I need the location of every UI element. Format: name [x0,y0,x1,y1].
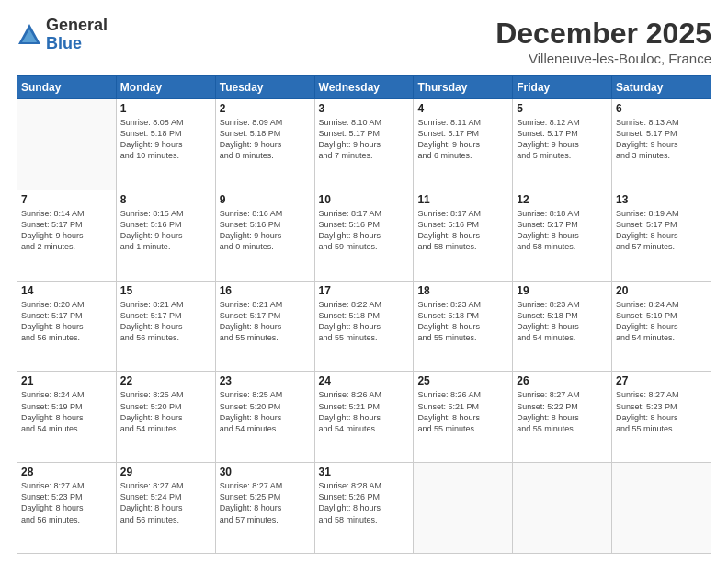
day-number: 15 [120,284,211,297]
calendar-cell: 30Sunrise: 8:27 AM Sunset: 5:25 PM Dayli… [215,463,314,554]
day-header-tuesday: Tuesday [215,76,314,99]
calendar-cell: 26Sunrise: 8:27 AM Sunset: 5:22 PM Dayli… [513,372,612,463]
day-number: 12 [517,193,608,206]
calendar-cell: 22Sunrise: 8:25 AM Sunset: 5:20 PM Dayli… [116,372,215,463]
day-info: Sunrise: 8:15 AM Sunset: 5:16 PM Dayligh… [120,208,211,253]
day-number: 19 [517,284,608,297]
calendar-header-row: SundayMondayTuesdayWednesdayThursdayFrid… [17,76,711,99]
day-info: Sunrise: 8:19 AM Sunset: 5:17 PM Dayligh… [616,208,707,253]
calendar-cell: 4Sunrise: 8:11 AM Sunset: 5:17 PM Daylig… [414,99,513,190]
page: General Blue December 2025 Villeneuve-le… [0,0,728,563]
day-info: Sunrise: 8:27 AM Sunset: 5:25 PM Dayligh… [220,480,311,525]
day-info: Sunrise: 8:17 AM Sunset: 5:16 PM Dayligh… [417,208,508,253]
logo-text: General Blue [46,17,108,53]
calendar-cell [17,99,117,190]
calendar-cell: 24Sunrise: 8:26 AM Sunset: 5:21 PM Dayli… [314,372,414,463]
day-number: 29 [120,465,211,478]
calendar-cell: 19Sunrise: 8:23 AM Sunset: 5:18 PM Dayli… [513,281,612,372]
day-number: 27 [616,374,707,387]
calendar-cell: 14Sunrise: 8:20 AM Sunset: 5:17 PM Dayli… [17,281,117,372]
calendar-cell: 18Sunrise: 8:23 AM Sunset: 5:18 PM Dayli… [414,281,513,372]
day-number: 22 [120,374,211,387]
day-info: Sunrise: 8:25 AM Sunset: 5:20 PM Dayligh… [220,389,311,434]
logo-general-text: General [46,17,108,35]
day-info: Sunrise: 8:26 AM Sunset: 5:21 PM Dayligh… [319,389,410,434]
day-number: 11 [417,193,508,206]
month-title: December 2025 [495,17,711,51]
day-number: 14 [21,284,112,297]
day-number: 9 [220,193,311,206]
calendar-cell [612,463,711,554]
calendar-cell: 25Sunrise: 8:26 AM Sunset: 5:21 PM Dayli… [414,372,513,463]
calendar-cell: 28Sunrise: 8:27 AM Sunset: 5:23 PM Dayli… [17,463,117,554]
day-info: Sunrise: 8:10 AM Sunset: 5:17 PM Dayligh… [319,117,410,162]
day-number: 21 [21,374,112,387]
calendar-cell: 17Sunrise: 8:22 AM Sunset: 5:18 PM Dayli… [314,281,414,372]
header: General Blue December 2025 Villeneuve-le… [17,17,711,66]
day-number: 1 [120,102,211,115]
calendar-table: SundayMondayTuesdayWednesdayThursdayFrid… [17,75,711,554]
day-info: Sunrise: 8:21 AM Sunset: 5:17 PM Dayligh… [120,299,211,344]
day-info: Sunrise: 8:17 AM Sunset: 5:16 PM Dayligh… [319,208,410,253]
day-number: 23 [220,374,311,387]
calendar-cell: 2Sunrise: 8:09 AM Sunset: 5:18 PM Daylig… [215,99,314,190]
calendar-cell: 5Sunrise: 8:12 AM Sunset: 5:17 PM Daylig… [513,99,612,190]
day-info: Sunrise: 8:22 AM Sunset: 5:18 PM Dayligh… [319,299,410,344]
calendar-cell: 6Sunrise: 8:13 AM Sunset: 5:17 PM Daylig… [612,99,711,190]
day-info: Sunrise: 8:14 AM Sunset: 5:17 PM Dayligh… [21,208,112,253]
day-info: Sunrise: 8:24 AM Sunset: 5:19 PM Dayligh… [616,299,707,344]
day-info: Sunrise: 8:23 AM Sunset: 5:18 PM Dayligh… [417,299,508,344]
day-number: 17 [319,284,410,297]
calendar-cell: 31Sunrise: 8:28 AM Sunset: 5:26 PM Dayli… [314,463,414,554]
calendar-cell: 10Sunrise: 8:17 AM Sunset: 5:16 PM Dayli… [314,190,414,281]
logo: General Blue [17,17,108,53]
day-number: 26 [517,374,608,387]
day-number: 24 [319,374,410,387]
day-info: Sunrise: 8:27 AM Sunset: 5:23 PM Dayligh… [616,389,707,434]
location-subtitle: Villeneuve-les-Bouloc, France [495,51,711,66]
calendar-cell: 8Sunrise: 8:15 AM Sunset: 5:16 PM Daylig… [116,190,215,281]
calendar-week-row: 14Sunrise: 8:20 AM Sunset: 5:17 PM Dayli… [17,281,711,372]
calendar-cell: 16Sunrise: 8:21 AM Sunset: 5:17 PM Dayli… [215,281,314,372]
day-info: Sunrise: 8:28 AM Sunset: 5:26 PM Dayligh… [319,480,410,525]
day-number: 20 [616,284,707,297]
day-number: 25 [417,374,508,387]
calendar-cell: 29Sunrise: 8:27 AM Sunset: 5:24 PM Dayli… [116,463,215,554]
calendar-cell: 3Sunrise: 8:10 AM Sunset: 5:17 PM Daylig… [314,99,414,190]
day-info: Sunrise: 8:21 AM Sunset: 5:17 PM Dayligh… [220,299,311,344]
day-header-thursday: Thursday [414,76,513,99]
day-number: 7 [21,193,112,206]
calendar-cell: 15Sunrise: 8:21 AM Sunset: 5:17 PM Dayli… [116,281,215,372]
day-number: 30 [220,465,311,478]
calendar-cell [513,463,612,554]
day-info: Sunrise: 8:23 AM Sunset: 5:18 PM Dayligh… [517,299,608,344]
day-info: Sunrise: 8:13 AM Sunset: 5:17 PM Dayligh… [616,117,707,162]
day-info: Sunrise: 8:08 AM Sunset: 5:18 PM Dayligh… [120,117,211,162]
day-number: 8 [120,193,211,206]
day-number: 4 [417,102,508,115]
calendar-cell: 27Sunrise: 8:27 AM Sunset: 5:23 PM Dayli… [612,372,711,463]
calendar-week-row: 7Sunrise: 8:14 AM Sunset: 5:17 PM Daylig… [17,190,711,281]
calendar-cell: 20Sunrise: 8:24 AM Sunset: 5:19 PM Dayli… [612,281,711,372]
day-info: Sunrise: 8:24 AM Sunset: 5:19 PM Dayligh… [21,389,112,434]
calendar-cell: 12Sunrise: 8:18 AM Sunset: 5:17 PM Dayli… [513,190,612,281]
calendar-cell: 23Sunrise: 8:25 AM Sunset: 5:20 PM Dayli… [215,372,314,463]
title-block: December 2025 Villeneuve-les-Bouloc, Fra… [495,17,711,66]
calendar-cell: 9Sunrise: 8:16 AM Sunset: 5:16 PM Daylig… [215,190,314,281]
day-info: Sunrise: 8:12 AM Sunset: 5:17 PM Dayligh… [517,117,608,162]
day-number: 31 [319,465,410,478]
calendar-week-row: 21Sunrise: 8:24 AM Sunset: 5:19 PM Dayli… [17,372,711,463]
logo-icon [17,22,42,48]
calendar-week-row: 1Sunrise: 8:08 AM Sunset: 5:18 PM Daylig… [17,99,711,190]
day-header-saturday: Saturday [612,76,711,99]
day-info: Sunrise: 8:09 AM Sunset: 5:18 PM Dayligh… [220,117,311,162]
calendar-week-row: 28Sunrise: 8:27 AM Sunset: 5:23 PM Dayli… [17,463,711,554]
day-number: 3 [319,102,410,115]
day-info: Sunrise: 8:26 AM Sunset: 5:21 PM Dayligh… [417,389,508,434]
day-info: Sunrise: 8:27 AM Sunset: 5:23 PM Dayligh… [21,480,112,525]
day-number: 5 [517,102,608,115]
day-info: Sunrise: 8:27 AM Sunset: 5:22 PM Dayligh… [517,389,608,434]
day-header-friday: Friday [513,76,612,99]
day-info: Sunrise: 8:27 AM Sunset: 5:24 PM Dayligh… [120,480,211,525]
calendar-cell: 7Sunrise: 8:14 AM Sunset: 5:17 PM Daylig… [17,190,117,281]
